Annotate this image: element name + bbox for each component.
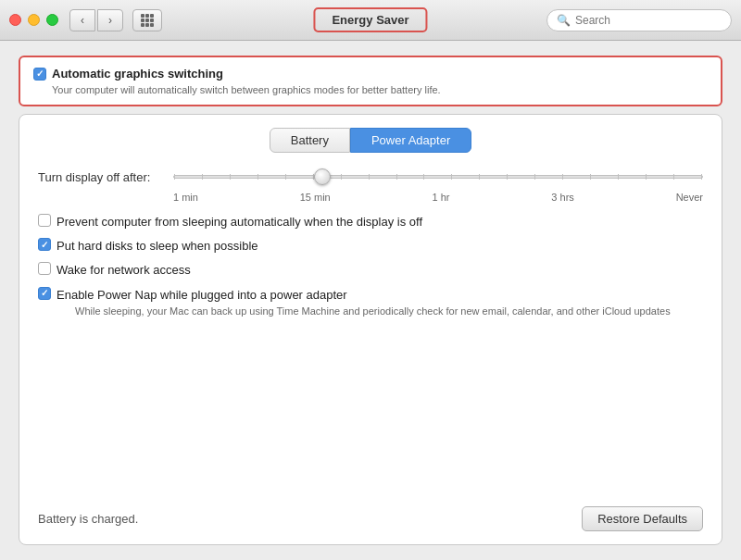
restore-defaults-button[interactable]: Restore Defaults <box>582 506 703 531</box>
minimize-button[interactable] <box>28 14 40 26</box>
list-item: Put hard disks to sleep when possible <box>38 238 703 255</box>
tab-power-adapter[interactable]: Power Adapter <box>350 128 471 153</box>
tick-16 <box>590 174 591 180</box>
tick-10 <box>423 174 424 180</box>
search-box[interactable]: 🔍 <box>546 9 732 31</box>
maximize-button[interactable] <box>46 14 58 26</box>
slider-section: Turn display off after: <box>38 168 703 186</box>
svg-rect-7 <box>145 23 149 27</box>
option-2-checkbox[interactable] <box>38 238 51 251</box>
bottom-bar: Battery is charged. Restore Defaults <box>38 497 703 531</box>
slider-track <box>173 175 703 179</box>
slider-track-wrap[interactable] <box>173 168 703 186</box>
svg-rect-8 <box>150 23 154 27</box>
option-1-checkbox[interactable] <box>38 214 51 227</box>
svg-rect-2 <box>150 14 154 18</box>
svg-rect-3 <box>141 19 144 22</box>
tick-label-1min: 1 min <box>173 192 198 203</box>
svg-rect-5 <box>150 19 154 22</box>
option-3-label: Wake for network access <box>57 263 191 277</box>
back-button[interactable]: ‹ <box>69 9 95 31</box>
list-item: Enable Power Nap while plugged into a po… <box>38 287 703 319</box>
option-4-checkbox[interactable] <box>38 287 51 300</box>
list-item: Wake for network access <box>38 262 703 279</box>
tick-3 <box>230 174 231 180</box>
tick-18 <box>646 174 647 180</box>
tick-19 <box>673 174 674 180</box>
tick-2 <box>202 174 203 180</box>
slider-ticks <box>174 174 702 180</box>
main-panel: Battery Power Adapter Turn display off a… <box>19 114 722 545</box>
svg-rect-1 <box>145 14 149 18</box>
option-3-checkbox[interactable] <box>38 262 51 275</box>
close-button[interactable] <box>9 14 21 26</box>
auto-graphics-checkbox[interactable] <box>33 68 46 81</box>
tick-label-never: Never <box>676 192 703 203</box>
auto-graphics-label: Automatic graphics switching <box>52 67 223 81</box>
titlebar: ‹ › Energy Saver 🔍 <box>0 0 741 41</box>
tick-11 <box>451 174 452 180</box>
traffic-lights <box>9 14 58 26</box>
battery-status: Battery is charged. <box>38 512 138 526</box>
tick-17 <box>618 174 619 180</box>
search-icon: 🔍 <box>557 14 571 27</box>
tick-label-1hr: 1 hr <box>433 192 450 203</box>
svg-rect-0 <box>141 14 144 18</box>
tick-14 <box>534 174 535 180</box>
option-1-label: Prevent computer from sleeping automatic… <box>57 215 422 229</box>
tick-5 <box>285 174 286 180</box>
tick-13 <box>507 174 508 180</box>
svg-rect-4 <box>145 19 149 22</box>
search-input[interactable] <box>575 14 722 27</box>
svg-rect-6 <box>141 23 144 27</box>
tick-label-3hrs: 3 hrs <box>551 192 573 203</box>
tick-20 <box>701 174 702 180</box>
top-section: Automatic graphics switching Your comput… <box>19 56 722 106</box>
list-item: Prevent computer from sleeping automatic… <box>38 214 703 230</box>
tick-label-15min: 15 min <box>300 192 331 203</box>
option-4-label: Enable Power Nap while plugged into a po… <box>57 288 347 302</box>
tab-battery[interactable]: Battery <box>270 128 350 153</box>
tick-1 <box>174 174 175 180</box>
option-2-label: Put hard disks to sleep when possible <box>57 239 258 253</box>
tick-15 <box>562 174 563 180</box>
tick-8 <box>369 174 370 180</box>
window-title: Energy Saver <box>313 7 427 32</box>
option-4-sublabel: While sleeping, your Mac can back up usi… <box>75 305 671 318</box>
tick-9 <box>396 174 397 180</box>
nav-buttons: ‹ › <box>69 9 123 31</box>
slider-label: Turn display off after: <box>38 170 158 184</box>
tick-7 <box>341 174 342 180</box>
forward-button[interactable]: › <box>97 9 123 31</box>
main-content: Automatic graphics switching Your comput… <box>0 41 741 560</box>
options-list: Prevent computer from sleeping automatic… <box>38 214 703 318</box>
grid-button[interactable] <box>132 9 162 31</box>
slider-thumb[interactable] <box>314 168 331 185</box>
tabs: Battery Power Adapter <box>38 128 703 153</box>
auto-graphics-sublabel: Your computer will automatically switch … <box>52 84 708 95</box>
auto-graphics-row: Automatic graphics switching <box>33 67 708 81</box>
tick-4 <box>257 174 258 180</box>
tick-12 <box>479 174 480 180</box>
slider-tick-labels: 1 min 15 min 1 hr 3 hrs Never <box>173 192 703 203</box>
